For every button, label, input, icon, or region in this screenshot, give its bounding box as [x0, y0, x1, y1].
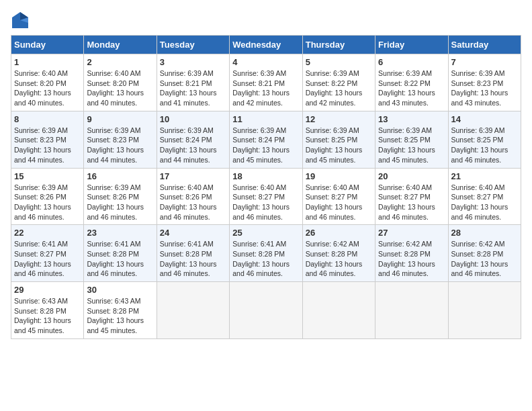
calendar-cell	[157, 282, 229, 339]
day-number: 8	[14, 114, 81, 124]
calendar-cell: 3 Sunrise: 6:39 AMSunset: 8:21 PMDayligh…	[157, 54, 229, 111]
day-number: 18	[232, 171, 299, 181]
day-number: 13	[378, 114, 445, 124]
calendar-cell: 29 Sunrise: 6:43 AMSunset: 8:28 PMDaylig…	[11, 282, 84, 339]
calendar-cell: 16 Sunrise: 6:39 AMSunset: 8:26 PMDaylig…	[84, 168, 157, 225]
day-info: Sunrise: 6:39 AMSunset: 8:23 PMDaylight:…	[14, 126, 81, 165]
day-info: Sunrise: 6:40 AMSunset: 8:27 PMDaylight:…	[306, 183, 372, 222]
calendar-cell: 5 Sunrise: 6:39 AMSunset: 8:22 PMDayligh…	[302, 54, 375, 111]
day-info: Sunrise: 6:39 AMSunset: 8:23 PMDaylight:…	[87, 126, 153, 165]
calendar-cell: 19 Sunrise: 6:40 AMSunset: 8:27 PMDaylig…	[302, 168, 375, 225]
day-info: Sunrise: 6:42 AMSunset: 8:28 PMDaylight:…	[451, 239, 518, 279]
day-number: 23	[87, 228, 153, 238]
day-number: 1	[14, 57, 81, 67]
day-number: 3	[160, 57, 226, 67]
day-number: 24	[160, 228, 226, 238]
calendar-cell	[375, 282, 448, 339]
calendar-header-thursday: Thursday	[302, 36, 375, 54]
day-number: 4	[232, 57, 299, 67]
day-number: 25	[232, 228, 299, 238]
calendar-header-tuesday: Tuesday	[157, 36, 229, 54]
calendar-cell: 17 Sunrise: 6:40 AMSunset: 8:26 PMDaylig…	[157, 168, 229, 225]
day-number: 27	[378, 228, 445, 238]
day-number: 21	[451, 171, 518, 181]
day-info: Sunrise: 6:40 AMSunset: 8:26 PMDaylight:…	[160, 183, 226, 222]
day-info: Sunrise: 6:39 AMSunset: 8:21 PMDaylight:…	[232, 68, 299, 108]
calendar-cell	[230, 282, 302, 339]
page-header	[11, 11, 521, 30]
calendar-cell: 21 Sunrise: 6:40 AMSunset: 8:27 PMDaylig…	[448, 168, 521, 225]
calendar-cell: 11 Sunrise: 6:39 AMSunset: 8:24 PMDaylig…	[230, 111, 302, 168]
calendar-header-wednesday: Wednesday	[230, 36, 302, 54]
day-number: 5	[306, 57, 372, 67]
calendar-header-sunday: Sunday	[11, 36, 84, 54]
day-number: 10	[160, 114, 226, 124]
calendar-cell: 2 Sunrise: 6:40 AMSunset: 8:20 PMDayligh…	[84, 54, 157, 111]
calendar-cell: 27 Sunrise: 6:42 AMSunset: 8:28 PMDaylig…	[375, 225, 448, 282]
day-info: Sunrise: 6:42 AMSunset: 8:28 PMDaylight:…	[378, 239, 445, 279]
day-number: 29	[14, 285, 81, 295]
day-info: Sunrise: 6:41 AMSunset: 8:27 PMDaylight:…	[14, 239, 81, 279]
day-info: Sunrise: 6:39 AMSunset: 8:22 PMDaylight:…	[378, 68, 445, 108]
calendar-cell: 30 Sunrise: 6:43 AMSunset: 8:28 PMDaylig…	[84, 282, 157, 339]
day-info: Sunrise: 6:40 AMSunset: 8:20 PMDaylight:…	[87, 68, 153, 108]
day-info: Sunrise: 6:39 AMSunset: 8:25 PMDaylight:…	[306, 126, 372, 165]
day-number: 28	[451, 228, 518, 238]
day-number: 11	[232, 114, 299, 124]
day-info: Sunrise: 6:39 AMSunset: 8:22 PMDaylight:…	[306, 68, 372, 108]
day-info: Sunrise: 6:43 AMSunset: 8:28 PMDaylight:…	[87, 296, 153, 336]
day-number: 22	[14, 228, 81, 238]
calendar-cell: 4 Sunrise: 6:39 AMSunset: 8:21 PMDayligh…	[230, 54, 302, 111]
day-info: Sunrise: 6:41 AMSunset: 8:28 PMDaylight:…	[160, 239, 226, 279]
calendar-cell: 28 Sunrise: 6:42 AMSunset: 8:28 PMDaylig…	[448, 225, 521, 282]
day-number: 2	[87, 57, 153, 67]
calendar-cell: 13 Sunrise: 6:39 AMSunset: 8:25 PMDaylig…	[375, 111, 448, 168]
day-info: Sunrise: 6:40 AMSunset: 8:27 PMDaylight:…	[232, 183, 299, 222]
day-number: 15	[14, 171, 81, 181]
day-info: Sunrise: 6:39 AMSunset: 8:25 PMDaylight:…	[378, 126, 445, 165]
calendar-cell: 22 Sunrise: 6:41 AMSunset: 8:27 PMDaylig…	[11, 225, 84, 282]
day-number: 14	[451, 114, 518, 124]
calendar-week-row: 1 Sunrise: 6:40 AMSunset: 8:20 PMDayligh…	[11, 54, 521, 111]
day-info: Sunrise: 6:39 AMSunset: 8:24 PMDaylight:…	[160, 126, 226, 165]
day-number: 16	[87, 171, 153, 181]
calendar-cell: 9 Sunrise: 6:39 AMSunset: 8:23 PMDayligh…	[84, 111, 157, 168]
calendar-cell: 1 Sunrise: 6:40 AMSunset: 8:20 PMDayligh…	[11, 54, 84, 111]
day-info: Sunrise: 6:40 AMSunset: 8:27 PMDaylight:…	[451, 183, 518, 222]
day-number: 26	[306, 228, 372, 238]
calendar-header-row: SundayMondayTuesdayWednesdayThursdayFrid…	[11, 36, 521, 54]
day-info: Sunrise: 6:43 AMSunset: 8:28 PMDaylight:…	[14, 296, 81, 336]
calendar-week-row: 8 Sunrise: 6:39 AMSunset: 8:23 PMDayligh…	[11, 111, 521, 168]
day-info: Sunrise: 6:39 AMSunset: 8:25 PMDaylight:…	[451, 126, 518, 165]
calendar-cell: 20 Sunrise: 6:40 AMSunset: 8:27 PMDaylig…	[375, 168, 448, 225]
calendar-cell: 24 Sunrise: 6:41 AMSunset: 8:28 PMDaylig…	[157, 225, 229, 282]
calendar-cell: 15 Sunrise: 6:39 AMSunset: 8:26 PMDaylig…	[11, 168, 84, 225]
day-info: Sunrise: 6:39 AMSunset: 8:26 PMDaylight:…	[14, 183, 81, 222]
calendar-cell: 6 Sunrise: 6:39 AMSunset: 8:22 PMDayligh…	[375, 54, 448, 111]
calendar-week-row: 15 Sunrise: 6:39 AMSunset: 8:26 PMDaylig…	[11, 168, 521, 225]
calendar-cell: 14 Sunrise: 6:39 AMSunset: 8:25 PMDaylig…	[448, 111, 521, 168]
day-info: Sunrise: 6:39 AMSunset: 8:24 PMDaylight:…	[232, 126, 299, 165]
day-info: Sunrise: 6:39 AMSunset: 8:26 PMDaylight:…	[87, 183, 153, 222]
calendar-cell: 18 Sunrise: 6:40 AMSunset: 8:27 PMDaylig…	[230, 168, 302, 225]
calendar-cell	[448, 282, 521, 339]
calendar-cell: 23 Sunrise: 6:41 AMSunset: 8:28 PMDaylig…	[84, 225, 157, 282]
day-info: Sunrise: 6:41 AMSunset: 8:28 PMDaylight:…	[232, 239, 299, 279]
calendar-cell: 12 Sunrise: 6:39 AMSunset: 8:25 PMDaylig…	[302, 111, 375, 168]
day-info: Sunrise: 6:42 AMSunset: 8:28 PMDaylight:…	[306, 239, 372, 279]
calendar-cell: 7 Sunrise: 6:39 AMSunset: 8:23 PMDayligh…	[448, 54, 521, 111]
day-info: Sunrise: 6:40 AMSunset: 8:20 PMDaylight:…	[14, 68, 81, 108]
day-number: 7	[451, 57, 518, 67]
calendar-week-row: 22 Sunrise: 6:41 AMSunset: 8:27 PMDaylig…	[11, 225, 521, 282]
calendar-header-monday: Monday	[84, 36, 157, 54]
calendar-cell: 10 Sunrise: 6:39 AMSunset: 8:24 PMDaylig…	[157, 111, 229, 168]
calendar-header-friday: Friday	[375, 36, 448, 54]
calendar-cell: 25 Sunrise: 6:41 AMSunset: 8:28 PMDaylig…	[230, 225, 302, 282]
day-number: 12	[306, 114, 372, 124]
day-number: 19	[306, 171, 372, 181]
logo	[11, 11, 32, 30]
day-info: Sunrise: 6:39 AMSunset: 8:21 PMDaylight:…	[160, 68, 226, 108]
day-number: 17	[160, 171, 226, 181]
day-number: 30	[87, 285, 153, 295]
calendar-cell	[302, 282, 375, 339]
